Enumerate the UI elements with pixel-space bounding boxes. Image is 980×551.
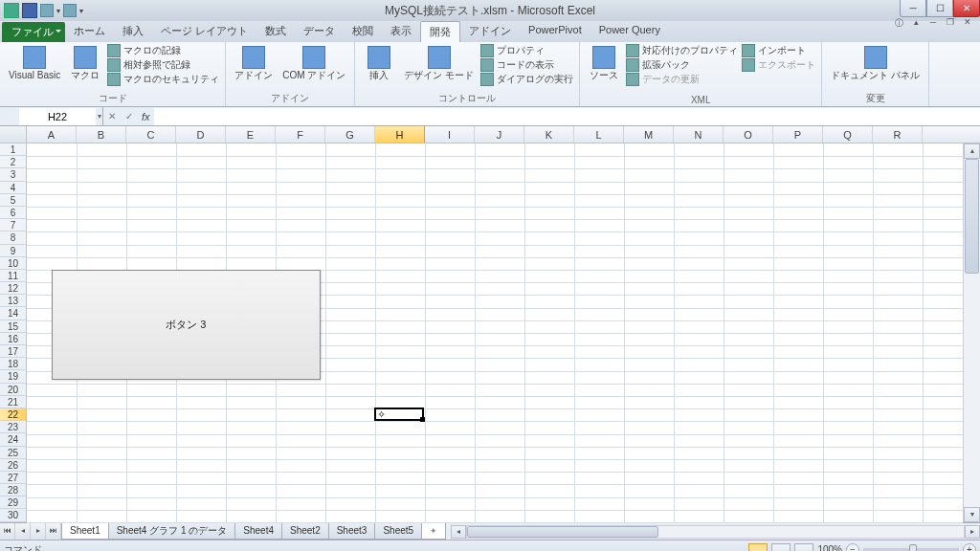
sheet-tab[interactable]: Sheet4 (234, 523, 282, 540)
column-header[interactable]: L (574, 126, 624, 143)
ribbon-tab[interactable]: 表示 (382, 21, 420, 42)
row-header[interactable]: 8 (0, 231, 27, 244)
ribbon-tab[interactable]: アドイン (460, 21, 520, 42)
row-header[interactable]: 10 (0, 257, 27, 270)
zoom-out-button[interactable]: − (846, 543, 859, 552)
row-header[interactable]: 30 (0, 509, 27, 521)
redo-icon[interactable] (63, 4, 77, 17)
sheet-tab[interactable]: Sheet4 グラフ 1 のデータ (108, 523, 236, 540)
sheet-tab[interactable]: Sheet5 (374, 523, 422, 540)
map-properties-button[interactable]: 対応付けのプロパティ (626, 44, 738, 57)
xml-import-button[interactable]: インポート (742, 44, 815, 57)
hscroll-thumb[interactable] (467, 526, 658, 538)
row-header[interactable]: 9 (0, 245, 27, 257)
addins-button[interactable]: アドイン (232, 44, 276, 82)
visual-basic-button[interactable]: Visual Basic (6, 44, 63, 82)
close-button[interactable]: ✕ (953, 0, 980, 17)
ribbon-tab[interactable]: ページ レイアウト (152, 21, 256, 42)
ribbon-tab[interactable]: データ (295, 21, 344, 42)
column-header[interactable]: E (226, 126, 276, 143)
vertical-scrollbar[interactable]: ▴ ▾ (963, 143, 980, 522)
row-header[interactable]: 11 (0, 270, 27, 282)
row-header[interactable]: 18 (0, 358, 27, 370)
column-header[interactable]: C (126, 126, 176, 143)
horizontal-scrollbar[interactable]: ◂ ▸ (451, 523, 980, 540)
undo-icon[interactable] (40, 4, 54, 17)
ribbon-minimize-icon[interactable]: ▴ (907, 17, 924, 31)
column-header[interactable]: I (425, 126, 475, 143)
row-header[interactable]: 5 (0, 194, 27, 207)
ribbon-tab[interactable]: 開発 (420, 21, 460, 42)
column-header[interactable]: O (724, 126, 773, 143)
row-header[interactable]: 4 (0, 182, 27, 194)
qat-customize-icon[interactable]: ▾ (79, 7, 83, 15)
scroll-left-button[interactable]: ◂ (451, 525, 466, 539)
macro-security-button[interactable]: マクロのセキュリティ (107, 73, 219, 86)
column-header[interactable]: D (176, 126, 226, 143)
column-header[interactable]: M (624, 126, 674, 143)
run-dialog-button[interactable]: ダイアログの実行 (480, 73, 573, 86)
row-header[interactable]: 24 (0, 433, 27, 446)
insert-control-button[interactable]: 挿入 (361, 44, 397, 82)
zoom-in-button[interactable]: + (963, 543, 976, 552)
view-code-button[interactable]: コードの表示 (480, 58, 573, 72)
column-header[interactable]: A (27, 126, 77, 143)
page-break-view-button[interactable] (794, 543, 813, 552)
ribbon-tab[interactable]: 校閲 (344, 21, 382, 42)
relative-ref-button[interactable]: 相対参照で記録 (107, 58, 219, 72)
zoom-level[interactable]: 100% (817, 544, 842, 551)
row-header[interactable]: 29 (0, 496, 27, 509)
ribbon-tab[interactable]: Power Query (590, 21, 669, 42)
column-header[interactable]: J (475, 126, 524, 143)
xml-source-button[interactable]: ソース (586, 44, 622, 82)
row-header[interactable]: 28 (0, 484, 27, 496)
ribbon-tab[interactable]: PowerPivot (520, 21, 590, 42)
sheet-tab[interactable]: Sheet2 (281, 523, 329, 540)
column-header[interactable]: H (375, 126, 425, 143)
name-box-dropdown-icon[interactable]: ▾ (96, 112, 102, 121)
prev-sheet-button[interactable]: ◂ (15, 523, 31, 540)
vscroll-thumb[interactable] (965, 159, 979, 274)
expansion-pack-button[interactable]: 拡張パック (626, 58, 738, 72)
page-layout-view-button[interactable] (771, 543, 791, 552)
save-icon[interactable] (22, 3, 37, 18)
row-header[interactable]: 13 (0, 295, 27, 307)
wb-minimize-button[interactable]: ─ (924, 17, 942, 31)
fx-icon[interactable]: fx (138, 111, 154, 122)
row-header[interactable]: 15 (0, 320, 27, 333)
row-header[interactable]: 20 (0, 384, 27, 396)
undo-dropdown-icon[interactable]: ▾ (56, 7, 60, 15)
form-button-3[interactable]: ボタン 3 (52, 270, 321, 380)
ribbon-tab[interactable]: ホーム (65, 21, 114, 42)
last-sheet-button[interactable]: ⏭ (46, 523, 61, 540)
minimize-button[interactable]: ─ (900, 0, 926, 17)
scroll-up-button[interactable]: ▴ (964, 143, 980, 159)
record-macro-button[interactable]: マクロの記録 (107, 44, 219, 57)
column-header[interactable]: R (873, 126, 923, 143)
zoom-slider[interactable] (863, 548, 959, 552)
column-header[interactable]: F (276, 126, 325, 143)
column-header[interactable]: N (674, 126, 724, 143)
next-sheet-button[interactable]: ▸ (31, 523, 46, 540)
row-header[interactable]: 25 (0, 447, 27, 459)
column-header[interactable]: G (325, 126, 375, 143)
maximize-button[interactable]: ☐ (926, 0, 953, 17)
column-header[interactable]: K (524, 126, 574, 143)
macros-button[interactable]: マクロ (67, 44, 103, 82)
row-header[interactable]: 2 (0, 156, 27, 168)
select-all-corner[interactable] (0, 126, 27, 143)
help-icon[interactable]: ⓘ (890, 17, 907, 31)
column-header[interactable]: B (77, 126, 126, 143)
name-box-input[interactable] (19, 108, 96, 125)
document-panel-button[interactable]: ドキュメント パネル (828, 44, 923, 82)
properties-button[interactable]: プロパティ (480, 44, 573, 57)
column-header[interactable]: Q (823, 126, 873, 143)
scroll-right-button[interactable]: ▸ (965, 525, 980, 539)
file-tab[interactable]: ファイル (2, 22, 65, 42)
sheet-tab[interactable]: Sheet1 (61, 523, 109, 540)
sheet-tab[interactable]: Sheet3 (328, 523, 376, 540)
row-header[interactable]: 6 (0, 207, 27, 219)
row-header[interactable]: 21 (0, 396, 27, 408)
row-header[interactable]: 16 (0, 333, 27, 345)
new-sheet-button[interactable]: ✦ (421, 523, 446, 540)
